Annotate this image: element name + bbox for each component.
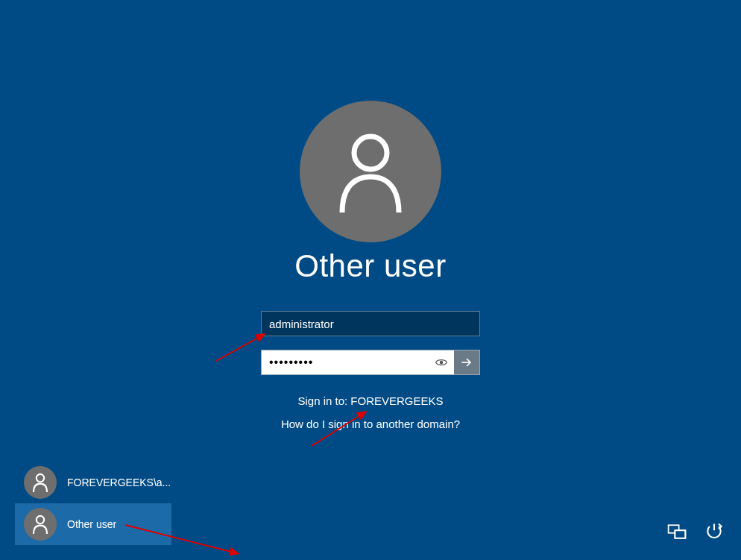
power-button[interactable] <box>702 520 726 544</box>
user-avatar-icon <box>300 101 441 242</box>
user-avatar-icon <box>24 508 57 541</box>
user-item-label: Other user <box>67 518 116 530</box>
svg-point-1 <box>440 361 442 363</box>
username-input[interactable] <box>261 311 480 336</box>
svg-point-0 <box>354 136 387 169</box>
ease-of-access-button[interactable] <box>665 520 689 544</box>
user-avatar-icon <box>24 466 57 499</box>
network-icon <box>666 521 687 542</box>
power-icon <box>704 521 725 542</box>
other-domain-help-link[interactable]: How do I sign in to another domain? <box>281 418 460 430</box>
user-item-label: FOREVERGEEKS\a... <box>67 476 171 488</box>
signin-domain-label: Sign in to: FOREVERGEEKS <box>297 394 443 407</box>
login-title: Other user <box>294 248 446 284</box>
svg-point-3 <box>37 474 44 482</box>
svg-rect-6 <box>675 530 685 538</box>
password-input[interactable] <box>262 350 429 374</box>
login-panel: Other user Sign in to: FOREVERGEEKS How … <box>251 101 490 430</box>
svg-point-4 <box>37 516 44 523</box>
user-item-other[interactable]: Other user <box>15 503 171 545</box>
submit-button[interactable] <box>454 350 479 374</box>
arrow-right-icon <box>459 355 474 370</box>
user-switcher-list: FOREVERGEEKS\a... Other user <box>15 462 171 545</box>
reveal-password-button[interactable] <box>429 350 454 374</box>
eye-icon <box>435 356 448 369</box>
user-item-forevergeeks[interactable]: FOREVERGEEKS\a... <box>15 462 171 503</box>
